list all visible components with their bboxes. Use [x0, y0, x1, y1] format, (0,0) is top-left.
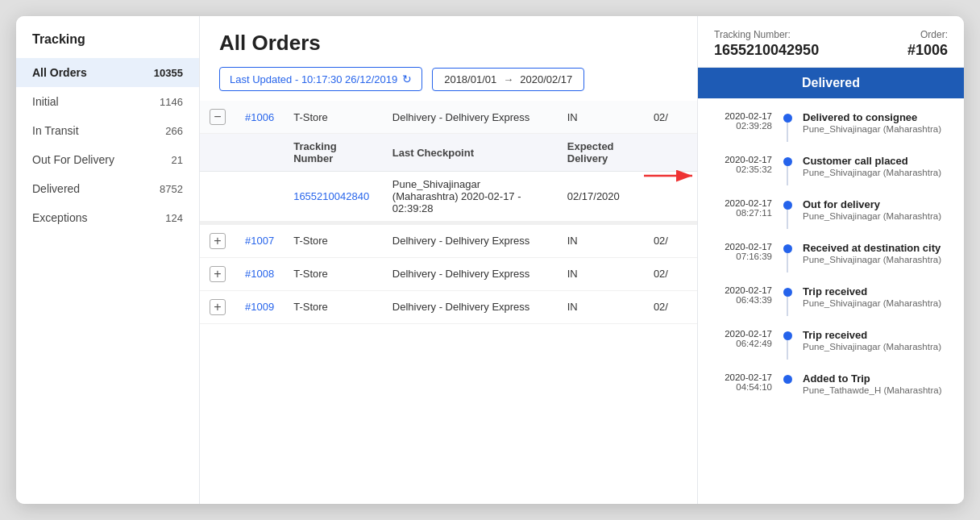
sidebar-item-count: 1146: [160, 96, 183, 108]
refresh-icon: ↻: [402, 73, 412, 85]
expand-button[interactable]: +: [210, 233, 226, 249]
timeline-item: 2020-02-17 02:35:32 Customer call placed…: [698, 148, 964, 192]
last-updated-filter[interactable]: Last Updated - 10:17:30 26/12/2019 ↻: [219, 67, 422, 91]
app-container: Tracking All Orders10355Initial1146In Tr…: [16, 16, 964, 504]
date-range-filter[interactable]: 2018/01/01 → 2020/02/17: [432, 68, 584, 91]
right-panel-header: Tracking Number: 1655210042950 Order: #1…: [698, 16, 964, 68]
country-cell: IN: [558, 290, 644, 323]
sidebar-item-initial[interactable]: Initial1146: [16, 87, 199, 116]
red-arrow-icon: [644, 164, 697, 188]
date-cell: 02/: [644, 257, 678, 290]
date-range-end: 2020/02/17: [520, 73, 572, 85]
timeline-time: 08:27:11: [708, 208, 772, 218]
sidebar-item-label: Initial: [32, 95, 59, 108]
timeline-location: Pune_Shivajinagar (Maharashtra): [803, 255, 954, 264]
col-expected: Expected Delivery: [558, 134, 644, 172]
order-number-link[interactable]: #1009: [245, 301, 274, 313]
timeline-dot-col: [780, 242, 795, 272]
expand-button[interactable]: +: [210, 299, 226, 315]
timeline-time: 07:16:39: [708, 252, 772, 261]
right-panel: Tracking Number: 1655210042950 Order: #1…: [698, 16, 964, 504]
date-cell: 02/: [644, 290, 678, 323]
timeline-event: Customer call placed: [803, 155, 954, 167]
timeline-dot: [783, 331, 792, 340]
carrier-cell: Delhivery - Delhivery Express: [383, 290, 558, 323]
order-block: Order: #1006: [907, 29, 948, 59]
sidebar-item-all-orders[interactable]: All Orders10355: [16, 58, 199, 87]
timeline-time: 04:54:10: [708, 382, 772, 392]
order-number-link[interactable]: #1007: [245, 235, 274, 247]
sidebar-item-label: Delivered: [32, 182, 80, 195]
sidebar-item-in-transit[interactable]: In Transit266: [16, 116, 199, 145]
date-cell: 02/: [644, 225, 678, 258]
expand-button[interactable]: −: [210, 109, 226, 125]
timeline-dot-col: [780, 329, 795, 360]
country-cell: IN: [558, 225, 644, 258]
sidebar-item-delivered[interactable]: Delivered8752: [16, 174, 199, 203]
timeline-event: Delivered to consignee: [803, 111, 954, 123]
timeline-date: 2020-02-17: [708, 155, 772, 164]
carrier-cell: Delhivery - Delhivery Express: [383, 225, 558, 258]
tracking-number-link[interactable]: 1655210042840: [293, 190, 369, 202]
carrier-cell: Delhivery - Delhivery Express: [383, 257, 558, 290]
order-number-link[interactable]: #1006: [245, 111, 274, 123]
sidebar-item-out-for-delivery[interactable]: Out For Delivery21: [16, 145, 199, 174]
tracking-number-block: Tracking Number: 1655210042950: [714, 29, 819, 59]
timeline-line: [787, 210, 788, 229]
timeline-event: Out for delivery: [803, 198, 954, 210]
page-title: All Orders: [219, 31, 678, 56]
table-row: + #1007 T-Store Delhivery - Delhivery Ex…: [200, 225, 697, 258]
timeline-location: Pune_Shivajinagar (Maharashtra): [803, 168, 954, 177]
timeline-event: Trip received: [803, 285, 954, 297]
sub-header-row: Tracking Number Last Checkpoint Expected…: [200, 134, 697, 172]
sidebar-item-label: Out For Delivery: [32, 153, 114, 166]
store-cell: T-Store: [284, 225, 383, 258]
order-number-link[interactable]: #1008: [245, 268, 274, 280]
table-row: + #1009 T-Store Delhivery - Delhivery Ex…: [200, 290, 697, 323]
timeline-event: Trip received: [803, 329, 954, 341]
timeline-dot: [783, 114, 792, 123]
table-row: + #1008 T-Store Delhivery - Delhivery Ex…: [200, 257, 697, 290]
carrier-cell: Delhivery - Delhivery Express: [383, 101, 558, 134]
timeline-location: Pune_Shivajinagar (Maharashtra): [803, 342, 954, 352]
main-content: All Orders Last Updated - 10:17:30 26/12…: [200, 16, 698, 504]
timeline-dot: [783, 375, 792, 384]
sidebar-item-label: Exceptions: [32, 211, 87, 224]
store-cell: T-Store: [284, 257, 383, 290]
timeline-date: 2020-02-17: [708, 242, 772, 252]
timeline-content-col: Added to Trip Pune_Tathawde_H (Maharasht…: [795, 372, 954, 395]
filters-row: Last Updated - 10:17:30 26/12/2019 ↻ 201…: [219, 67, 678, 91]
timeline-item: 2020-02-17 04:54:10 Added to Trip Pune_T…: [698, 366, 964, 401]
timeline-dot-col: [780, 111, 795, 142]
timeline-dot-col: [780, 285, 795, 316]
date-range-start: 2018/01/01: [444, 73, 496, 85]
timeline-event: Added to Trip: [803, 372, 954, 385]
timeline-date: 2020-02-17: [708, 372, 772, 382]
timeline-line: [787, 253, 788, 272]
sidebar-item-count: 10355: [154, 67, 183, 79]
last-updated-label: Last Updated - 10:17:30 26/12/2019: [230, 73, 397, 85]
timeline-dot: [783, 244, 792, 253]
timeline-time: 06:42:49: [708, 339, 772, 348]
timeline-date: 2020-02-17: [708, 329, 772, 339]
expected-delivery-cell: 02/17/2020: [558, 172, 644, 222]
col-checkpoint: Last Checkpoint: [383, 134, 558, 172]
sidebar-item-exceptions[interactable]: Exceptions124: [16, 203, 199, 232]
col-tracking: Tracking Number: [284, 134, 383, 172]
timeline-event: Received at destination city: [803, 242, 954, 254]
timeline-time-col: 2020-02-17 08:27:11: [708, 198, 780, 218]
sidebar-item-label: In Transit: [32, 124, 79, 137]
store-cell: T-Store: [284, 101, 383, 134]
timeline-content-col: Received at destination city Pune_Shivaj…: [795, 242, 954, 264]
timeline-time: 06:43:39: [708, 295, 772, 305]
table-row: − #1006 T-Store Delhivery - Delhivery Ex…: [200, 101, 697, 134]
country-cell: IN: [558, 257, 644, 290]
timeline-time: 02:35:32: [708, 164, 772, 174]
expand-button[interactable]: +: [210, 266, 226, 282]
sidebar-item-count: 8752: [160, 183, 183, 195]
timeline-line: [787, 297, 788, 316]
timeline-time: 02:39:28: [708, 121, 772, 131]
store-cell: T-Store: [284, 290, 383, 323]
sidebar-item-count: 266: [165, 125, 183, 137]
timeline-location: Pune_Shivajinagar (Maharashtra): [803, 211, 954, 221]
